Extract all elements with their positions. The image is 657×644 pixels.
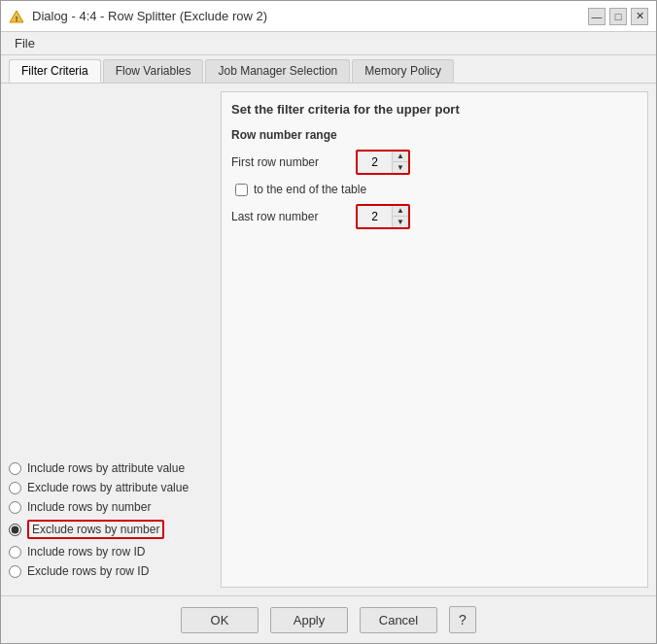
minimize-button[interactable]: —: [588, 8, 605, 25]
radio-exclude-attribute[interactable]: Exclude rows by attribute value: [9, 481, 213, 494]
last-row-increment[interactable]: ▲: [393, 206, 408, 217]
radio-include-attribute[interactable]: Include rows by attribute value: [9, 461, 213, 475]
radio-include-rowid-input[interactable]: [9, 546, 21, 559]
window-title: Dialog - 4:4 - Row Splitter (Exclude row…: [32, 9, 267, 23]
end-of-table-label[interactable]: to the end of the table: [254, 183, 366, 196]
last-row-spinner: ▲ ▼: [356, 204, 410, 229]
radio-include-attribute-input[interactable]: [9, 462, 21, 475]
title-controls: — □ ✕: [588, 8, 648, 25]
tab-bar: Filter Criteria Flow Variables Job Manag…: [1, 55, 656, 84]
radio-include-rowid[interactable]: Include rows by row ID: [9, 545, 213, 559]
tab-memory-policy[interactable]: Memory Policy: [352, 59, 454, 83]
radio-group: Include rows by attribute value Exclude …: [9, 461, 213, 578]
first-row-input[interactable]: [358, 152, 392, 173]
panel-title: Set the filter criteria for the upper po…: [231, 102, 638, 117]
section-title: Row number range: [231, 128, 638, 142]
radio-exclude-rowid[interactable]: Exclude rows by row ID: [9, 564, 213, 578]
maximize-button[interactable]: □: [609, 8, 627, 25]
right-panel: Set the filter criteria for the upper po…: [221, 91, 648, 588]
left-panel: Include rows by attribute value Exclude …: [9, 91, 213, 588]
ok-button[interactable]: OK: [181, 607, 259, 633]
last-row-input[interactable]: [358, 206, 392, 227]
warning-icon: !: [9, 9, 24, 24]
first-row-increment[interactable]: ▲: [393, 152, 408, 162]
last-row-decrement[interactable]: ▼: [393, 217, 408, 227]
first-row-spinner: ▲ ▼: [356, 150, 410, 175]
close-button[interactable]: ✕: [631, 8, 648, 25]
svg-text:!: !: [16, 15, 18, 23]
tab-flow-variables[interactable]: Flow Variables: [103, 59, 204, 83]
radio-exclude-attribute-input[interactable]: [9, 482, 21, 494]
apply-button[interactable]: Apply: [270, 607, 348, 633]
dialog-window: ! Dialog - 4:4 - Row Splitter (Exclude r…: [0, 0, 657, 644]
radio-exclude-number-input[interactable]: [9, 524, 21, 536]
help-button[interactable]: ?: [449, 606, 476, 633]
cancel-button[interactable]: Cancel: [360, 607, 437, 633]
end-of-table-checkbox[interactable]: [235, 184, 248, 196]
last-row-row: Last row number ▲ ▼: [231, 204, 638, 229]
last-row-label: Last row number: [231, 210, 348, 223]
tab-filter-criteria[interactable]: Filter Criteria: [9, 59, 101, 83]
title-bar-left: ! Dialog - 4:4 - Row Splitter (Exclude r…: [9, 9, 267, 24]
tab-job-manager[interactable]: Job Manager Selection: [205, 59, 350, 83]
radio-include-number[interactable]: Include rows by number: [9, 500, 213, 514]
first-row-decrement[interactable]: ▼: [393, 162, 408, 173]
content-area: Include rows by attribute value Exclude …: [1, 84, 656, 595]
first-row-spinner-buttons: ▲ ▼: [392, 152, 408, 173]
first-row-row: First row number ▲ ▼: [231, 150, 638, 175]
file-menu[interactable]: File: [9, 34, 41, 52]
end-of-table-row: to the end of the table: [231, 183, 638, 196]
last-row-spinner-buttons: ▲ ▼: [392, 206, 408, 227]
radio-exclude-rowid-input[interactable]: [9, 565, 21, 578]
menu-bar: File: [1, 32, 656, 55]
radio-include-number-input[interactable]: [9, 501, 21, 514]
title-bar: ! Dialog - 4:4 - Row Splitter (Exclude r…: [1, 1, 656, 32]
radio-exclude-number[interactable]: Exclude rows by number: [9, 520, 213, 539]
first-row-label: First row number: [231, 155, 348, 169]
footer: OK Apply Cancel ?: [1, 595, 656, 643]
